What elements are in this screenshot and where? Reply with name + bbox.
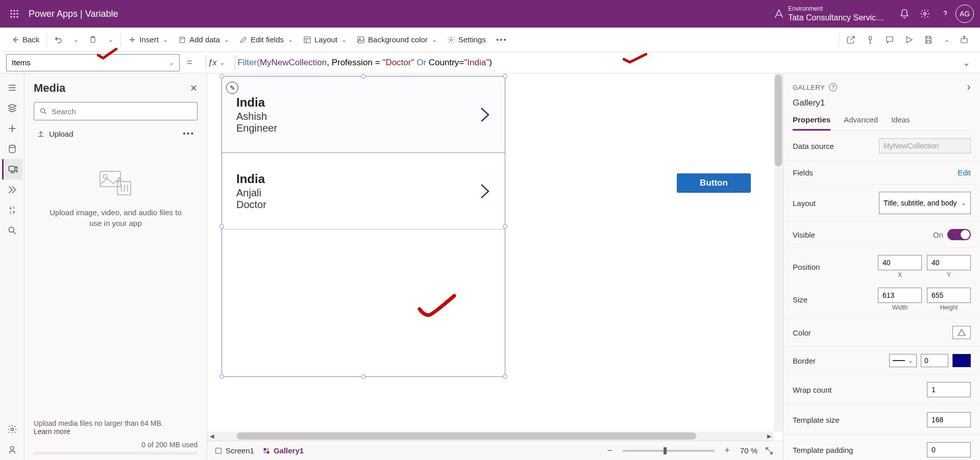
breadcrumb-screen[interactable]: Screen1 (214, 446, 254, 455)
fx-icon[interactable]: ƒx⌄ (208, 58, 225, 67)
back-button[interactable]: Back (6, 31, 44, 49)
fields-edit-link[interactable]: Edit (958, 168, 971, 177)
position-x-input[interactable] (878, 255, 922, 270)
add-data-button[interactable]: Add data ⌄ (173, 31, 234, 49)
visible-toggle[interactable] (947, 229, 971, 240)
settings-rail-icon[interactable] (2, 419, 22, 440)
scroll-right-icon[interactable]: ▶ (765, 433, 774, 440)
svg-point-5 (16, 13, 18, 14)
user-avatar[interactable]: AG (955, 5, 974, 23)
paste-menu[interactable]: ⌄ (102, 31, 118, 49)
expand-panel-icon[interactable]: › (967, 81, 971, 94)
upload-overflow[interactable]: ••• (183, 129, 194, 138)
resize-handle[interactable] (219, 374, 224, 379)
paste-button[interactable] (84, 31, 102, 49)
tools-rail-icon[interactable] (2, 200, 22, 220)
zoom-in-button[interactable]: + (722, 445, 733, 456)
layout-button[interactable]: Layout ⌄ (298, 31, 352, 49)
upload-label: Upload (49, 130, 74, 138)
zoom-slider[interactable] (623, 450, 715, 452)
media-search-field[interactable] (52, 107, 192, 116)
resize-handle[interactable] (503, 224, 507, 229)
svg-rect-29 (267, 448, 270, 450)
tab-ideas[interactable]: Ideas (891, 115, 910, 131)
canvas-horizontal-scrollbar[interactable]: ◀ ▶ (207, 431, 774, 441)
svg-point-9 (924, 13, 926, 15)
resize-handle[interactable] (219, 224, 224, 229)
color-picker[interactable] (952, 326, 971, 339)
save-button[interactable] (919, 31, 938, 49)
settings-gear-icon[interactable] (915, 4, 935, 24)
layout-dropdown[interactable]: Title, subtitle, and body ⌄ (879, 192, 971, 214)
undo-menu[interactable]: ⌄ (67, 31, 84, 49)
template-size-input[interactable] (927, 412, 971, 427)
border-width-input[interactable] (921, 354, 948, 367)
gallery-selection[interactable]: ✎ India Ashish Engineer India Anja (222, 76, 505, 377)
publish-button[interactable] (954, 31, 974, 49)
edit-fields-button[interactable]: Edit fields ⌄ (234, 31, 298, 49)
edit-fields-label: Edit fields (251, 35, 284, 44)
border-style-dropdown[interactable]: ⌄ (889, 354, 917, 367)
formula-expand-button[interactable]: ⌄ (958, 57, 974, 68)
tree-view-icon[interactable] (2, 78, 22, 98)
overflow-button[interactable]: ••• (491, 31, 512, 49)
resize-handle[interactable] (219, 74, 224, 79)
svg-point-8 (16, 16, 18, 17)
media-search-input[interactable] (34, 102, 198, 120)
help-icon[interactable] (935, 4, 955, 24)
settings-button[interactable]: Settings (442, 31, 491, 49)
tab-properties[interactable]: Properties (793, 115, 830, 131)
notifications-icon[interactable] (894, 4, 915, 24)
wrap-count-input[interactable] (927, 382, 971, 397)
comments-button[interactable] (880, 31, 899, 49)
zoom-out-button[interactable]: − (604, 445, 616, 456)
virtual-agent-rail-icon[interactable] (2, 440, 22, 460)
resize-handle[interactable] (361, 74, 366, 79)
resize-handle[interactable] (361, 374, 366, 379)
upload-button[interactable]: Upload (37, 130, 74, 138)
template-padding-input[interactable] (927, 442, 971, 457)
border-color-picker[interactable] (952, 354, 971, 367)
gallery-item-title: India (236, 172, 266, 186)
checker-button[interactable] (861, 31, 880, 49)
app-launcher-button[interactable] (6, 6, 22, 22)
data-rail-icon[interactable] (2, 139, 22, 159)
formula-input[interactable]: Filter(MyNewCollection, Profession = "Do… (237, 54, 958, 71)
property-selector[interactable]: Items ⌄ (6, 54, 180, 71)
flows-rail-icon[interactable] (2, 180, 22, 200)
svg-point-23 (41, 109, 45, 113)
insert-rail-icon[interactable] (2, 98, 22, 118)
share-button[interactable] (841, 31, 861, 49)
bg-color-button[interactable]: Background color ⌄ (352, 31, 442, 49)
media-rail-icon[interactable] (2, 159, 22, 180)
size-height-input[interactable] (927, 288, 971, 303)
learn-more-link[interactable]: Learn more (34, 427, 70, 436)
gallery-item[interactable]: India Ashish Engineer (222, 76, 505, 153)
svg-point-12 (180, 37, 184, 39)
insert-button[interactable]: Insert ⌄ (123, 31, 173, 49)
preview-button[interactable] (899, 31, 919, 49)
gallery-item[interactable]: India Anjali Doctor (222, 153, 505, 229)
close-panel-button[interactable]: ✕ (190, 83, 198, 94)
save-menu[interactable]: ⌄ (938, 31, 954, 49)
chevron-right-icon[interactable] (479, 183, 491, 200)
data-source-dropdown[interactable]: MyNewCollection (879, 138, 971, 154)
resize-handle[interactable] (503, 74, 507, 79)
chevron-right-icon[interactable] (479, 106, 491, 123)
help-icon[interactable]: ? (829, 83, 837, 91)
canvas-vertical-scrollbar[interactable] (774, 73, 783, 431)
resize-handle[interactable] (503, 374, 507, 379)
add-rail-icon[interactable] (2, 118, 22, 139)
environment-picker[interactable]: Environment Tata Consultancy Servic… (774, 5, 884, 22)
canvas-button[interactable]: Button (677, 173, 751, 193)
fit-to-window-button[interactable] (765, 446, 776, 455)
edit-template-icon[interactable]: ✎ (226, 82, 238, 94)
position-y-input[interactable] (927, 255, 971, 270)
size-width-input[interactable] (878, 288, 922, 303)
scroll-left-icon[interactable]: ◀ (207, 433, 216, 440)
tab-advanced[interactable]: Advanced (844, 115, 878, 131)
undo-button[interactable] (49, 31, 67, 49)
breadcrumb-gallery[interactable]: Gallery1 (262, 446, 304, 455)
search-rail-icon[interactable] (2, 220, 22, 241)
control-name[interactable]: Gallery1 (793, 98, 971, 108)
